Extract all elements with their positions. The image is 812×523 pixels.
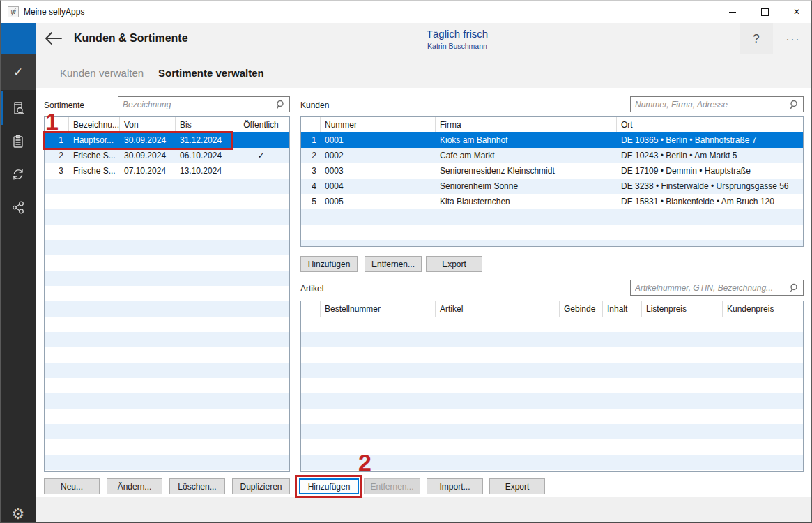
table-row[interactable]: 10001Kioks am BahnhofDE 10365 • Berlin •…: [301, 132, 803, 148]
kunden-search-input[interactable]: [631, 97, 803, 112]
table-row[interactable]: [45, 179, 289, 194]
table-row[interactable]: [45, 286, 289, 301]
aendern-button[interactable]: Ändern...: [107, 478, 162, 494]
kunden-entfernen-button[interactable]: Entfernen...: [365, 256, 422, 272]
cell-von: [120, 301, 176, 317]
artikel-entfernen-button[interactable]: Entfernen...: [364, 478, 420, 494]
cell-von: [120, 179, 176, 194]
kunden-hinzufuegen-button[interactable]: Hinzufügen: [300, 256, 358, 272]
column-header-bestellnummer[interactable]: Bestellnummer: [321, 301, 436, 317]
artikel-import-button[interactable]: Import...: [427, 478, 483, 494]
search-icon: [790, 100, 799, 109]
menu-button[interactable]: [1, 23, 36, 54]
column-header-oeffentlich[interactable]: Öffentlich: [231, 117, 290, 132]
table-row[interactable]: [301, 332, 803, 347]
table-row[interactable]: [301, 439, 803, 455]
sidebar-item-sync[interactable]: [1, 158, 36, 191]
table-row[interactable]: [45, 301, 289, 317]
sidebar-item-kunden-sortimente[interactable]: [1, 91, 36, 125]
cell-bis: [176, 209, 231, 225]
table-row[interactable]: 3Frische S...07.10.202413.10.2024: [45, 163, 289, 179]
column-header-von[interactable]: Von: [120, 117, 176, 132]
table-row[interactable]: [45, 347, 289, 363]
back-button[interactable]: [43, 29, 63, 47]
table-row[interactable]: [45, 409, 289, 424]
back-arrow-icon: [43, 29, 63, 47]
column-header-bis[interactable]: Bis: [176, 117, 231, 132]
column-header-inhalt[interactable]: Inhalt: [603, 301, 642, 317]
table-row[interactable]: 2Frische S...30.09.202406.10.2024✓: [45, 148, 289, 163]
table-row[interactable]: 20002Cafe am MarktDE 10243 • Berlin • Am…: [301, 148, 803, 163]
table-row[interactable]: [301, 317, 803, 332]
table-row[interactable]: [301, 393, 803, 409]
table-row[interactable]: [45, 317, 289, 332]
sidebar-item-clipboard[interactable]: [1, 125, 36, 158]
cell-off: [231, 301, 290, 317]
sidebar-item-settings[interactable]: ⚙: [1, 497, 36, 523]
table-row[interactable]: [45, 470, 289, 472]
sidebar-item-share[interactable]: [1, 190, 36, 224]
table-row[interactable]: [301, 455, 803, 470]
table-row[interactable]: [301, 424, 803, 439]
table-row[interactable]: [45, 424, 289, 439]
neu-button[interactable]: Neu...: [44, 478, 100, 494]
table-row[interactable]: [301, 240, 803, 247]
column-header-nummer[interactable]: Nummer: [321, 117, 436, 132]
table-row[interactable]: [301, 409, 803, 424]
column-header-listenpreis[interactable]: Listenpreis: [642, 301, 723, 317]
duplizieren-button[interactable]: Duplizieren: [232, 478, 290, 494]
table-row[interactable]: [45, 225, 289, 240]
table-row[interactable]: [45, 363, 289, 378]
more-button[interactable]: ···: [776, 23, 811, 54]
table-row[interactable]: [45, 455, 289, 470]
sidebar-item-tasks[interactable]: ✓: [1, 54, 36, 90]
table-row[interactable]: [301, 347, 803, 363]
close-button[interactable]: ✕: [781, 1, 812, 23]
help-button[interactable]: ?: [740, 23, 773, 54]
column-header-firma[interactable]: Firma: [436, 117, 617, 132]
table-row[interactable]: [45, 393, 289, 409]
artikel-search-input[interactable]: [631, 280, 803, 295]
cell-off: [231, 347, 290, 363]
tab-sortimente-verwalten[interactable]: Sortimente verwalten: [158, 67, 264, 79]
cell-inhalt: [603, 409, 642, 424]
tab-kunden-verwalten[interactable]: Kunden verwalten: [60, 67, 144, 79]
cell-von: [120, 393, 176, 409]
artikel-export-button[interactable]: Export: [489, 478, 545, 494]
table-row[interactable]: [301, 225, 803, 240]
table-row[interactable]: [301, 209, 803, 225]
cell-von: [120, 363, 176, 378]
table-row[interactable]: [45, 378, 289, 393]
table-row[interactable]: 50005Kita BlausternchenDE 15831 • Blanke…: [301, 194, 803, 209]
table-row[interactable]: [301, 363, 803, 378]
table-row[interactable]: [45, 255, 289, 271]
cell-bez: Frische S...: [69, 148, 120, 163]
table-row[interactable]: [45, 271, 289, 286]
sortimente-search-input[interactable]: [118, 97, 289, 112]
cell-bez: [69, 332, 120, 347]
maximize-button[interactable]: [749, 1, 781, 23]
table-row[interactable]: [45, 332, 289, 347]
column-header-bezeichnung[interactable]: Bezeichnu...: [69, 117, 120, 132]
table-row[interactable]: [45, 439, 289, 455]
column-header-artikel[interactable]: Artikel: [436, 301, 560, 317]
table-row[interactable]: [45, 194, 289, 209]
column-header[interactable]: [301, 301, 321, 317]
kunden-export-button[interactable]: Export: [426, 256, 482, 272]
table-row[interactable]: [45, 240, 289, 255]
cell-gebinde: [560, 347, 603, 363]
cell-off: [231, 225, 290, 240]
column-header[interactable]: [301, 117, 321, 132]
minimize-button[interactable]: [717, 1, 749, 23]
loeschen-button[interactable]: Löschen...: [169, 478, 225, 494]
table-row[interactable]: [301, 378, 803, 393]
column-header-gebinde[interactable]: Gebinde: [560, 301, 603, 317]
table-row[interactable]: [45, 209, 289, 225]
table-row[interactable]: [301, 470, 803, 472]
table-row[interactable]: 30003Seniorenresidenz KleinschmidtDE 171…: [301, 163, 803, 179]
cell-listen: [642, 439, 723, 455]
column-header-ort[interactable]: Ort: [617, 117, 803, 132]
column-header-kundenpreis[interactable]: Kundenpreis: [723, 301, 803, 317]
cell-bestell: [321, 363, 436, 378]
table-row[interactable]: 40004Seniorenheim SonneDE 3238 • Finster…: [301, 179, 803, 194]
